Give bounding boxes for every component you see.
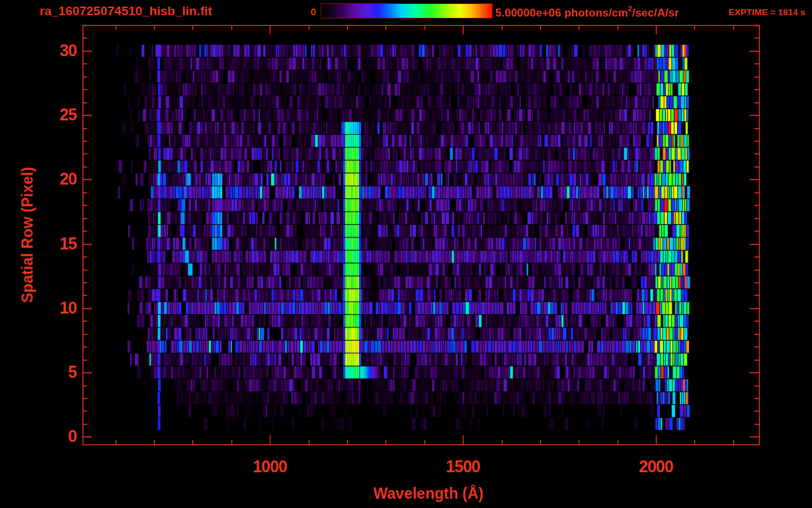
y-tick-label: 20 [41,169,77,189]
x-axis-title: Wavelength (Å) [329,485,528,503]
y-tick-label: 5 [41,362,77,382]
x-tick-label: 1500 [433,457,493,476]
y-tick-label: 10 [41,298,77,318]
spectrogram-heatmap-canvas [0,0,812,508]
colorbar-max-suffix: /sec/A/sr [632,7,679,19]
y-axis-title: Spatial Row (Pixel) [19,167,37,303]
x-tick-label: 2000 [626,457,686,476]
colorbar-max-superscript: 2 [628,5,632,13]
spectrogram-viewer-window: ra_160725074510_hisb_lin.fit 0 5.00000e+… [0,0,812,508]
y-tick-label: 25 [41,105,77,124]
colorbar-max-prefix: 5.00000e+06 photons/cm [495,7,628,19]
colorbar-min-label: 0 [296,6,316,17]
colorbar-max-label: 5.00000e+06 photons/cm2/sec/A/sr [495,5,679,20]
colorbar-gradient [321,3,493,19]
y-tick-label: 0 [41,427,77,446]
file-title: ra_160725074510_hisb_lin.fit [40,4,212,19]
y-tick-label: 15 [41,234,77,253]
x-tick-label: 1000 [240,457,300,476]
y-tick-label: 30 [41,41,77,60]
exptime-label: EXPTIME = 1814 s [729,7,805,17]
